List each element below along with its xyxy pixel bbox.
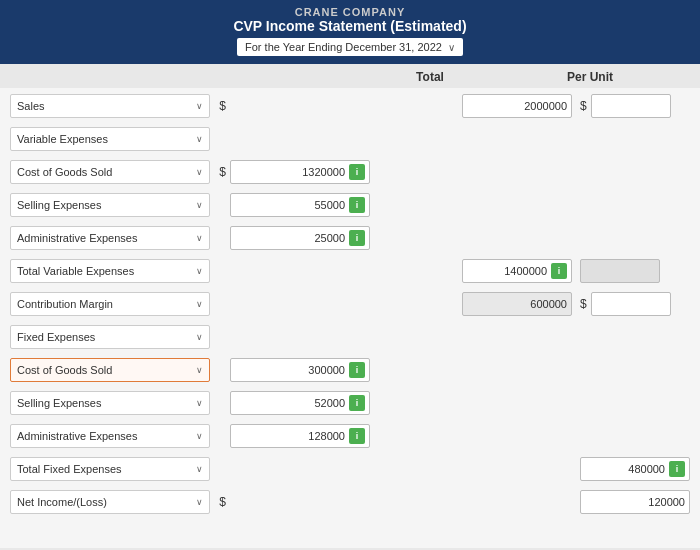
header: CRANE COMPANY CVP Income Statement (Esti… — [0, 0, 700, 64]
selling-fixed-row: Selling Expenses ∨ 52000 i — [10, 389, 690, 417]
cogs-variable-chevron-icon: ∨ — [196, 167, 203, 177]
sales-perunit-dollar-sign: $ — [580, 99, 587, 113]
admin-fixed-chevron-icon: ∨ — [196, 431, 203, 441]
contribution-margin-total-cell: 600000 — [372, 292, 572, 316]
net-income-box: 120000 — [580, 490, 690, 514]
contribution-margin-dropdown[interactable]: Contribution Margin ∨ — [10, 292, 210, 316]
admin-variable-info-button[interactable]: i — [349, 230, 365, 246]
sales-dollar-sign: $ — [210, 99, 230, 113]
sales-perunit-input[interactable] — [591, 94, 671, 118]
sales-label-cell: Sales ∨ — [10, 94, 210, 118]
variable-expenses-label: Variable Expenses — [17, 133, 108, 145]
variable-expenses-chevron-icon: ∨ — [196, 134, 203, 144]
net-income-chevron-icon: ∨ — [196, 497, 203, 507]
fixed-expenses-dropdown[interactable]: Fixed Expenses ∨ — [10, 325, 210, 349]
admin-variable-row: Administrative Expenses ∨ 25000 i — [10, 224, 690, 252]
selling-fixed-chevron-icon: ∨ — [196, 398, 203, 408]
contribution-margin-value: 600000 — [467, 298, 567, 310]
selling-fixed-label-cell: Selling Expenses ∨ — [10, 391, 210, 415]
cogs-variable-dropdown[interactable]: Cost of Goods Sold ∨ — [10, 160, 210, 184]
cogs-fixed-input-cell: 300000 i — [230, 358, 370, 382]
selling-fixed-info-button[interactable]: i — [349, 395, 365, 411]
total-variable-box: 1400000 i — [462, 259, 572, 283]
selling-fixed-value: 52000 — [235, 397, 345, 409]
admin-variable-dropdown[interactable]: Administrative Expenses ∨ — [10, 226, 210, 250]
sales-dropdown[interactable]: Sales ∨ — [10, 94, 210, 118]
variable-expenses-header-row: Variable Expenses ∨ — [10, 125, 690, 153]
period-chevron-icon: ∨ — [448, 42, 455, 53]
sales-chevron-icon: ∨ — [196, 101, 203, 111]
selling-variable-row: Selling Expenses ∨ 55000 i — [10, 191, 690, 219]
admin-fixed-input-cell: 128000 i — [230, 424, 370, 448]
variable-expenses-label-cell: Variable Expenses ∨ — [10, 127, 210, 151]
selling-fixed-input-cell: 52000 i — [230, 391, 370, 415]
per-unit-column-header: Per Unit — [530, 70, 650, 84]
total-fixed-row: Total Fixed Expenses ∨ 480000 i — [10, 455, 690, 483]
contribution-margin-row: Contribution Margin ∨ 600000 $ — [10, 290, 690, 318]
cogs-variable-label-cell: Cost of Goods Sold ∨ — [10, 160, 210, 184]
admin-fixed-info-button[interactable]: i — [349, 428, 365, 444]
fixed-expenses-chevron-icon: ∨ — [196, 332, 203, 342]
sales-label: Sales — [17, 100, 45, 112]
cogs-variable-label: Cost of Goods Sold — [17, 166, 112, 178]
admin-fixed-input-box: 128000 i — [230, 424, 370, 448]
total-variable-perunit-box — [580, 259, 660, 283]
cogs-variable-info-button[interactable]: i — [349, 164, 365, 180]
admin-variable-label: Administrative Expenses — [17, 232, 137, 244]
selling-variable-label: Selling Expenses — [17, 199, 101, 211]
total-fixed-label-cell: Total Fixed Expenses ∨ — [10, 457, 210, 481]
selling-fixed-input-box: 52000 i — [230, 391, 370, 415]
contribution-margin-perunit-cell: $ — [580, 292, 690, 316]
period-selector[interactable]: For the Year Ending December 31, 2022 ∨ — [237, 38, 463, 56]
admin-variable-input-cell: 25000 i — [230, 226, 370, 250]
total-fixed-box: 480000 i — [580, 457, 690, 481]
total-fixed-dropdown[interactable]: Total Fixed Expenses ∨ — [10, 457, 210, 481]
cogs-fixed-dropdown[interactable]: Cost of Goods Sold ∨ — [10, 358, 210, 382]
cogs-fixed-label: Cost of Goods Sold — [17, 364, 112, 376]
admin-fixed-label: Administrative Expenses — [17, 430, 137, 442]
admin-variable-chevron-icon: ∨ — [196, 233, 203, 243]
fixed-expenses-header-row: Fixed Expenses ∨ — [10, 323, 690, 351]
company-name: CRANE COMPANY — [10, 6, 690, 18]
sales-total-box: 2000000 — [462, 94, 572, 118]
contribution-margin-perunit-input[interactable] — [591, 292, 671, 316]
cogs-variable-row: Cost of Goods Sold ∨ $ 1320000 i — [10, 158, 690, 186]
selling-variable-dropdown[interactable]: Selling Expenses ∨ — [10, 193, 210, 217]
cogs-fixed-info-button[interactable]: i — [349, 362, 365, 378]
net-income-value: 120000 — [585, 496, 685, 508]
total-variable-info-button[interactable]: i — [551, 263, 567, 279]
total-column-header: Total — [330, 70, 530, 84]
cogs-fixed-value: 300000 — [235, 364, 345, 376]
admin-fixed-row: Administrative Expenses ∨ 128000 i — [10, 422, 690, 450]
total-fixed-chevron-icon: ∨ — [196, 464, 203, 474]
selling-variable-label-cell: Selling Expenses ∨ — [10, 193, 210, 217]
statement-title: CVP Income Statement (Estimated) — [10, 18, 690, 34]
cogs-variable-input-box: 1320000 i — [230, 160, 370, 184]
total-fixed-info-button[interactable]: i — [669, 461, 685, 477]
total-fixed-label: Total Fixed Expenses — [17, 463, 122, 475]
cogs-variable-input-cell: 1320000 i — [230, 160, 370, 184]
total-variable-perunit-cell — [580, 259, 690, 283]
contribution-margin-perunit-dollar: $ — [580, 297, 587, 311]
selling-fixed-dropdown[interactable]: Selling Expenses ∨ — [10, 391, 210, 415]
income-statement-body: Sales ∨ $ 2000000 $ Variable Expenses ∨ — [0, 88, 700, 548]
selling-variable-info-button[interactable]: i — [349, 197, 365, 213]
net-income-dropdown[interactable]: Net Income/(Loss) ∨ — [10, 490, 210, 514]
sales-total-value: 2000000 — [467, 100, 567, 112]
contribution-margin-box: 600000 — [462, 292, 572, 316]
total-variable-dropdown[interactable]: Total Variable Expenses ∨ — [10, 259, 210, 283]
period-label: For the Year Ending December 31, 2022 — [245, 41, 442, 53]
admin-variable-value: 25000 — [235, 232, 345, 244]
cogs-fixed-chevron-icon: ∨ — [196, 365, 203, 375]
net-income-label-cell: Net Income/(Loss) ∨ — [10, 490, 210, 514]
admin-variable-input-box: 25000 i — [230, 226, 370, 250]
total-variable-row: Total Variable Expenses ∨ 1400000 i — [10, 257, 690, 285]
variable-expenses-dropdown[interactable]: Variable Expenses ∨ — [10, 127, 210, 151]
cogs-fixed-label-cell: Cost of Goods Sold ∨ — [10, 358, 210, 382]
admin-fixed-dropdown[interactable]: Administrative Expenses ∨ — [10, 424, 210, 448]
contribution-margin-label-cell: Contribution Margin ∨ — [10, 292, 210, 316]
total-variable-total-cell: 1400000 i — [372, 259, 572, 283]
total-variable-label: Total Variable Expenses — [17, 265, 134, 277]
cogs-fixed-row: Cost of Goods Sold ∨ 300000 i — [10, 356, 690, 384]
fixed-expenses-label-cell: Fixed Expenses ∨ — [10, 325, 210, 349]
